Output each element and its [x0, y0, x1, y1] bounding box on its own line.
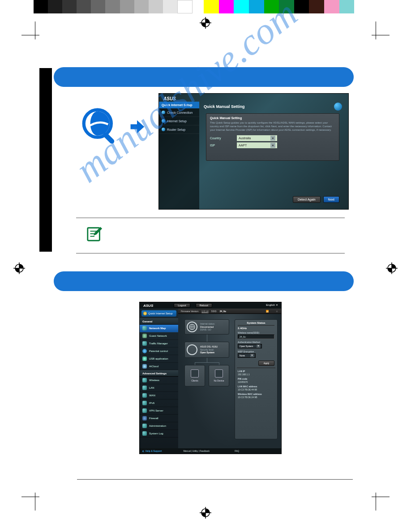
- globe-icon: [187, 322, 197, 332]
- language-select[interactable]: English▾: [266, 303, 278, 306]
- wname-input[interactable]: 24_6u: [238, 335, 274, 339]
- brand-logo: ASUS: [163, 96, 176, 101]
- network-map-screenshot: ASUS Logout Reboot English▾ Firmware Ver…: [139, 302, 282, 454]
- country-value: Australia: [239, 137, 251, 140]
- registration-mark-icon: [200, 17, 211, 29]
- nav-parental[interactable]: Parental control: [140, 348, 178, 355]
- divider: [76, 218, 345, 218]
- panel-description: This Quick Setup guides you to quickly c…: [210, 121, 335, 132]
- clients-label: Clients: [191, 379, 198, 382]
- logout-button[interactable]: Logout: [174, 303, 190, 308]
- chevron-down-icon: ▾: [276, 303, 278, 306]
- cloud-icon: [142, 364, 147, 369]
- wmac-value: 10:C3:7B:DE:24:9B: [238, 396, 274, 399]
- map-icon: [142, 326, 147, 330]
- band-tab[interactable]: 2.4GHz: [238, 327, 274, 330]
- section-heading-band: [54, 271, 354, 291]
- nav-wan[interactable]: WAN: [140, 392, 178, 399]
- page-tab: [39, 68, 52, 252]
- footer-links[interactable]: Manual | Utility | Feedback: [183, 450, 210, 452]
- usb-card[interactable]: No Device: [209, 365, 229, 386]
- main-title: Quick Manual Setting: [204, 104, 245, 109]
- ipv6-icon: [142, 401, 147, 405]
- nav-guest[interactable]: Guest Network: [140, 332, 178, 340]
- gear-icon: [143, 312, 147, 315]
- divider: [76, 253, 345, 253]
- usb-label: No Device: [214, 379, 224, 382]
- internet-status-card[interactable]: Internet status: Disconnected DDNS: GO: [184, 319, 229, 335]
- shield-icon: [142, 416, 147, 420]
- nav-vpn[interactable]: VPN Server: [140, 407, 178, 415]
- chevron-down-icon: ▼: [250, 354, 254, 357]
- wep-select[interactable]: None▼: [238, 353, 256, 358]
- internet-status-label: Internet status:: [200, 322, 215, 326]
- guest-icon: [142, 334, 147, 338]
- color-bar-grayscale: [34, 0, 193, 13]
- note-icon: [86, 225, 103, 242]
- security-value: Open System: [200, 351, 218, 354]
- clients-card[interactable]: Clients: [184, 365, 205, 386]
- home-icon[interactable]: [334, 103, 342, 111]
- traffic-icon: [142, 341, 147, 346]
- registration-mark-icon: [200, 507, 211, 519]
- detect-again-button[interactable]: Detect Again: [293, 196, 321, 203]
- crop-mark: [21, 21, 44, 44]
- chevron-down-icon: ▼: [270, 143, 275, 148]
- reboot-button[interactable]: Reboot: [196, 303, 212, 308]
- chevron-down-icon: ▼: [270, 136, 275, 141]
- nav-wireless[interactable]: Wireless: [140, 377, 178, 384]
- wireless-icon: [142, 378, 147, 382]
- step-icon: [162, 128, 165, 131]
- nav-ipv6[interactable]: IPv6: [140, 399, 178, 407]
- wan-icon: [142, 393, 147, 398]
- panel-header: Quick Manual Setting: [210, 116, 335, 120]
- device-name: ASUS DSL-N16U: [200, 345, 218, 348]
- divider: [77, 479, 353, 480]
- country-label: Country: [210, 137, 237, 140]
- wep-label: WEP Encryption: [238, 350, 274, 353]
- country-select[interactable]: Australia▼: [237, 135, 277, 141]
- isp-select[interactable]: AAPT▼: [237, 142, 277, 148]
- nav-admin[interactable]: Administration: [140, 422, 178, 430]
- wifi-icon: 📶: [266, 310, 269, 313]
- nav-syslog[interactable]: System Log: [140, 430, 178, 438]
- pin-label: PIN code: [238, 378, 274, 380]
- nav-lan[interactable]: LAN: [140, 384, 178, 392]
- fw-label: Firmware Version:: [181, 310, 199, 313]
- crop-mark: [21, 488, 44, 511]
- link-line: [207, 335, 207, 342]
- footer-bar: ◐ Help & Support Manual | Utility | Feed…: [140, 448, 281, 454]
- help-link[interactable]: Help & Support: [146, 450, 162, 452]
- ssid-value: 24_6u: [220, 310, 226, 313]
- apply-button[interactable]: Apply: [258, 360, 274, 366]
- nav-usb[interactable]: USB application: [140, 355, 178, 363]
- group-general: General: [140, 318, 178, 325]
- sidebar-item-check[interactable]: Check Connection: [159, 108, 199, 117]
- sidebar-item-router[interactable]: Router Setup: [159, 125, 199, 134]
- qis-button[interactable]: Quick Internet Setup: [141, 310, 176, 317]
- wname-label: Wireless name(SSID): [238, 331, 274, 334]
- nav-network-map[interactable]: Network Map: [140, 325, 178, 332]
- lanmac-label: LAN MAC address: [238, 385, 274, 388]
- nav-firewall[interactable]: Firewall: [140, 415, 178, 422]
- nav-aicloud[interactable]: AiCloud: [140, 363, 178, 370]
- sidebar: Quick Internet Setup General Network Map…: [140, 309, 178, 448]
- fw-version[interactable]: 1.0.1.4: [201, 310, 208, 313]
- device-card[interactable]: ASUS DSL-N16U Security level: Open Syste…: [184, 342, 229, 358]
- brand-logo: ASUS: [143, 304, 153, 308]
- sidebar-item-label: Check Connection: [167, 111, 193, 114]
- group-advanced: Advanced Settings: [140, 370, 178, 377]
- registration-mark-icon: [386, 262, 398, 274]
- isp-label: ISP: [210, 144, 237, 147]
- auth-select[interactable]: Open System▼: [238, 344, 262, 348]
- crop-mark: [367, 488, 390, 511]
- nav-traffic[interactable]: Traffic Manager: [140, 340, 178, 348]
- browser-magnifier-icon: [81, 107, 121, 147]
- next-button[interactable]: Next: [323, 196, 339, 203]
- router-icon: [187, 344, 197, 355]
- sidebar-item-label: Router Setup: [167, 128, 185, 131]
- sidebar-item-internet[interactable]: Internet Setup: [159, 117, 199, 125]
- faq-link[interactable]: FAQ: [235, 450, 239, 452]
- wmac-label: Wireless MAC address: [238, 393, 274, 395]
- usb-icon: [142, 356, 147, 361]
